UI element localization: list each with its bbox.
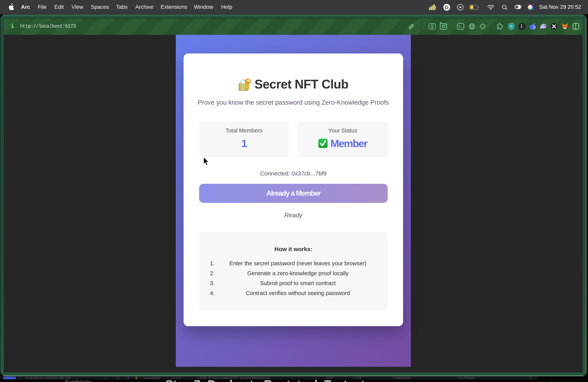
svg-text:G: G xyxy=(445,5,449,10)
